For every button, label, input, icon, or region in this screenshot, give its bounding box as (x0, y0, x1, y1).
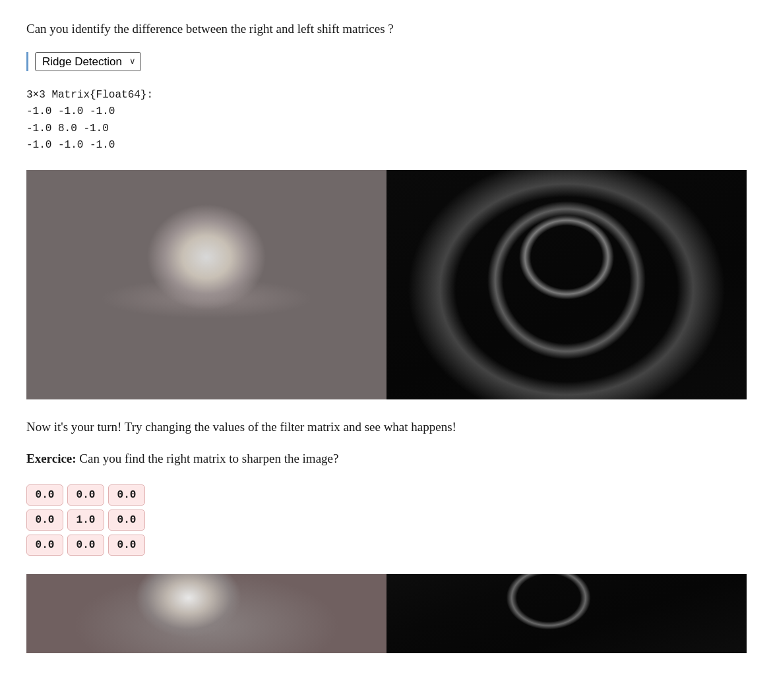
matrix-cell-0-0[interactable] (26, 484, 63, 506)
matrix-cell-2-1[interactable] (67, 535, 104, 556)
filter-select[interactable]: Ridge DetectionEdge DetectionSharpenBlur… (35, 52, 141, 71)
exercise-label: Exercice: (26, 452, 77, 465)
matrix-input-grid (26, 484, 747, 556)
question-text: Can you identify the difference between … (26, 20, 747, 39)
matrix-row-1: -1.0 8.0 -1.0 (26, 121, 747, 138)
matrix-cell-2-0[interactable] (26, 535, 63, 556)
images-container (26, 170, 747, 399)
ridge-image-panel (386, 170, 747, 399)
original-image-panel (26, 170, 386, 399)
bottom-images-container (26, 574, 747, 653)
matrix-cell-1-2[interactable] (108, 510, 145, 531)
exercise-body: Can you find the right matrix to sharpen… (77, 452, 339, 465)
matrix-cell-0-1[interactable] (67, 484, 104, 506)
matrix-row-2: -1.0 -1.0 -1.0 (26, 137, 747, 154)
bottom-filtered-panel (386, 574, 747, 653)
matrix-cell-1-1[interactable] (67, 510, 104, 531)
exercise-text: Exercice: Can you find the right matrix … (26, 450, 747, 469)
matrix-row-0: -1.0 -1.0 -1.0 (26, 103, 747, 121)
original-coffee-image (26, 170, 386, 399)
matrix-cell-0-2[interactable] (108, 484, 145, 506)
bottom-original-panel (26, 574, 386, 653)
matrix-display: 3×3 Matrix{Float64}: -1.0 -1.0 -1.0 -1.0… (26, 87, 747, 154)
matrix-cell-2-2[interactable] (108, 535, 145, 556)
matrix-title: 3×3 Matrix{Float64}: (26, 89, 153, 101)
dropdown-container: Ridge DetectionEdge DetectionSharpenBlur… (26, 52, 747, 71)
ridge-coffee-image (386, 170, 747, 399)
matrix-cell-1-0[interactable] (26, 510, 63, 531)
description-text: Now it's your turn! Try changing the val… (26, 418, 747, 437)
select-wrapper[interactable]: Ridge DetectionEdge DetectionSharpenBlur… (35, 52, 141, 71)
